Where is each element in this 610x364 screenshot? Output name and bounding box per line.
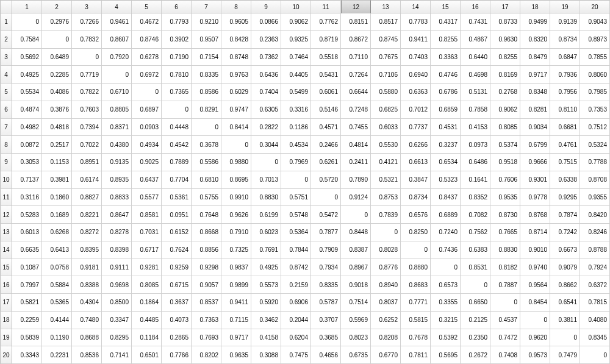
cell-r3-c11[interactable]: 0.5518: [311, 49, 341, 66]
cell-r2-c7[interactable]: 0.9507: [192, 31, 221, 49]
cell-r3-c20[interactable]: 0.7855: [580, 49, 610, 66]
cell-r10-c4[interactable]: 0.8935: [102, 171, 132, 189]
cell-r6-c18[interactable]: 0.8281: [520, 101, 550, 119]
cell-r7-c7[interactable]: 0: [192, 119, 221, 137]
cell-r16-c1[interactable]: 0.7997: [12, 276, 42, 294]
cell-r8-c19[interactable]: 0.4761: [550, 136, 580, 154]
column-header-18[interactable]: 18: [520, 0, 550, 13]
cell-r12-c7[interactable]: 0.7648: [192, 206, 221, 224]
cell-r2-c5[interactable]: 0.8746: [132, 31, 162, 49]
cell-r14-c1[interactable]: 0.6635: [12, 241, 42, 259]
cell-r4-c6[interactable]: 0.7810: [162, 66, 192, 84]
cell-r16-c20[interactable]: 0.6372: [580, 276, 610, 294]
cell-r17-c14[interactable]: 0.7771: [401, 294, 431, 312]
cell-r9-c2[interactable]: 0.1153: [42, 154, 72, 171]
column-header-1[interactable]: 1: [12, 0, 42, 13]
cell-r7-c20[interactable]: 0.7512: [580, 119, 610, 137]
cell-r8-c15[interactable]: 0.3237: [431, 136, 461, 154]
cell-r19-c20[interactable]: 0.8345: [580, 329, 610, 347]
cell-r10-c2[interactable]: 0.3981: [42, 171, 72, 189]
cell-r1-c9[interactable]: 0.0866: [251, 13, 281, 31]
cell-r18-c15[interactable]: 0.3215: [431, 312, 461, 329]
column-header-14[interactable]: 14: [401, 0, 431, 13]
cell-r11-c8[interactable]: 0.9910: [221, 189, 251, 207]
cell-r15-c7[interactable]: 0.9298: [192, 259, 221, 277]
cell-r6-c14[interactable]: 0.7012: [401, 101, 431, 119]
cell-r17-c16[interactable]: 0.6650: [461, 294, 490, 312]
cell-r11-c6[interactable]: 0.5361: [162, 189, 192, 207]
cell-r4-c1[interactable]: 0.4925: [12, 66, 42, 84]
row-header-11[interactable]: 11: [0, 189, 12, 207]
cell-r5-c6[interactable]: 0.7365: [162, 84, 192, 101]
cell-r1-c7[interactable]: 0.9210: [192, 13, 221, 31]
cell-r2-c10[interactable]: 0.9325: [281, 31, 311, 49]
cell-r4-c17[interactable]: 0.8169: [490, 66, 520, 84]
cell-r1-c19[interactable]: 0.9139: [550, 13, 580, 31]
cell-r1-c17[interactable]: 0.8733: [490, 13, 520, 31]
cell-r19-c11[interactable]: 0.3685: [311, 329, 341, 347]
cell-r7-c4[interactable]: 0.8371: [102, 119, 132, 137]
cell-r4-c11[interactable]: 0.5431: [311, 66, 341, 84]
cell-r13-c3[interactable]: 0.8272: [72, 224, 102, 241]
cell-r18-c4[interactable]: 0.3347: [102, 312, 132, 329]
cell-r16-c8[interactable]: 0.9899: [221, 276, 251, 294]
cell-r15-c13[interactable]: 0.8776: [371, 259, 401, 277]
cell-r18-c2[interactable]: 0.4144: [42, 312, 72, 329]
cell-r12-c11[interactable]: 0.5472: [311, 206, 341, 224]
cell-r3-c19[interactable]: 0.6847: [550, 49, 580, 66]
cell-r12-c1[interactable]: 0.5283: [12, 206, 42, 224]
cell-r1-c10[interactable]: 0.9062: [281, 13, 311, 31]
cell-r19-c14[interactable]: 0.7678: [401, 329, 431, 347]
cell-r20-c5[interactable]: 0.6501: [132, 346, 162, 364]
cell-r11-c13[interactable]: 0.8753: [371, 189, 401, 207]
cell-r2-c2[interactable]: 0: [42, 31, 72, 49]
cell-r4-c10[interactable]: 0.4405: [281, 66, 311, 84]
cell-r12-c13[interactable]: 0.7839: [371, 206, 401, 224]
cell-r4-c5[interactable]: 0.6972: [132, 66, 162, 84]
cell-r2-c6[interactable]: 0.3902: [162, 31, 192, 49]
cell-r3-c5[interactable]: 0.6278: [132, 49, 162, 66]
cell-r15-c8[interactable]: 0.9837: [221, 259, 251, 277]
cell-r20-c4[interactable]: 0.7141: [102, 346, 132, 364]
row-header-5[interactable]: 5: [0, 84, 12, 101]
cell-r12-c19[interactable]: 0.7874: [550, 206, 580, 224]
cell-r9-c18[interactable]: 0.9666: [520, 154, 550, 171]
cell-r13-c5[interactable]: 0.7031: [132, 224, 162, 241]
cell-r17-c6[interactable]: 0.3637: [162, 294, 192, 312]
cell-r14-c11[interactable]: 0.7909: [311, 241, 341, 259]
cell-r12-c3[interactable]: 0.8221: [72, 206, 102, 224]
cell-r2-c17[interactable]: 0.9630: [490, 31, 520, 49]
cell-r10-c16[interactable]: 0.1641: [461, 171, 490, 189]
column-header-12[interactable]: 12: [341, 0, 371, 13]
cell-r14-c8[interactable]: 0.7325: [221, 241, 251, 259]
cell-r2-c11[interactable]: 0.8719: [311, 31, 341, 49]
cell-r7-c12[interactable]: 0.7455: [341, 119, 371, 137]
cell-r6-c19[interactable]: 0.8110: [550, 101, 580, 119]
cell-r5-c18[interactable]: 0.8348: [520, 84, 550, 101]
cell-r5-c7[interactable]: 0.8586: [192, 84, 221, 101]
cell-r15-c1[interactable]: 0.1087: [12, 259, 42, 277]
cell-r13-c12[interactable]: 0.8448: [341, 224, 371, 241]
cell-r20-c16[interactable]: 0.2672: [461, 346, 490, 364]
cell-r7-c9[interactable]: 0.2822: [251, 119, 281, 137]
cell-r5-c19[interactable]: 0.7956: [550, 84, 580, 101]
row-header-9[interactable]: 9: [0, 154, 12, 171]
cell-r20-c9[interactable]: 0.3088: [251, 346, 281, 364]
cell-r11-c10[interactable]: 0.5751: [281, 189, 311, 207]
cell-r10-c5[interactable]: 0.6437: [132, 171, 162, 189]
cell-r18-c20[interactable]: 0.4080: [580, 312, 610, 329]
cell-r2-c19[interactable]: 0.8734: [550, 31, 580, 49]
cell-r5-c2[interactable]: 0.4086: [42, 84, 72, 101]
column-header-17[interactable]: 17: [490, 0, 520, 13]
cell-r6-c7[interactable]: 0.8291: [192, 101, 221, 119]
cell-r7-c8[interactable]: 0.8414: [221, 119, 251, 137]
row-header-4[interactable]: 4: [0, 66, 12, 84]
cell-r3-c7[interactable]: 0.7154: [192, 49, 221, 66]
column-header-15[interactable]: 15: [431, 0, 461, 13]
cell-r13-c14[interactable]: 0.8250: [401, 224, 431, 241]
column-header-11[interactable]: 11: [311, 0, 341, 13]
cell-r6-c3[interactable]: 0.7603: [72, 101, 102, 119]
cell-r1-c8[interactable]: 0.9605: [221, 13, 251, 31]
cell-r7-c1[interactable]: 0.4982: [12, 119, 42, 137]
cell-r3-c16[interactable]: 0.6440: [461, 49, 490, 66]
